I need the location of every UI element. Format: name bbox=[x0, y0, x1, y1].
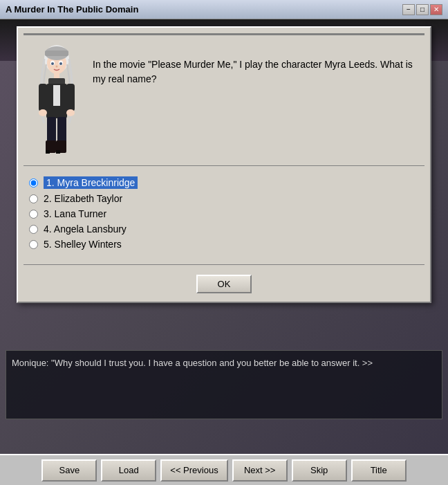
modal-content: In the movie "Please Murder Me," I play … bbox=[18, 35, 430, 163]
option-5[interactable]: 5. Shelley Winters bbox=[29, 237, 419, 252]
ok-area: OK bbox=[18, 269, 430, 302]
svg-rect-13 bbox=[39, 84, 47, 111]
title-button[interactable]: Title bbox=[351, 459, 407, 482]
previous-button[interactable]: << Previous bbox=[160, 459, 227, 482]
option-4[interactable]: 4. Angela Lansbury bbox=[29, 221, 419, 237]
maximize-button[interactable]: □ bbox=[416, 4, 429, 15]
svg-rect-3 bbox=[45, 51, 68, 56]
svg-rect-21 bbox=[46, 150, 50, 154]
quiz-modal: In the movie "Please Murder Me," I play … bbox=[17, 26, 431, 303]
svg-point-7 bbox=[59, 62, 62, 65]
radio-2[interactable] bbox=[29, 194, 38, 203]
radio-3[interactable] bbox=[29, 210, 38, 219]
option-1[interactable]: 1. Myra Breckinridge bbox=[29, 174, 419, 191]
next-button[interactable]: Next >> bbox=[232, 459, 288, 482]
option-label-2: 2. Elizabeth Taylor bbox=[44, 193, 122, 204]
save-button[interactable]: Save bbox=[41, 459, 97, 482]
svg-point-15 bbox=[39, 109, 47, 116]
modal-divider bbox=[24, 165, 424, 166]
svg-rect-22 bbox=[56, 150, 60, 154]
ok-button[interactable]: OK bbox=[196, 275, 252, 293]
svg-point-16 bbox=[66, 109, 75, 116]
skip-button[interactable]: Skip bbox=[292, 459, 347, 482]
minimize-button[interactable]: − bbox=[402, 4, 415, 15]
radio-4[interactable] bbox=[29, 225, 38, 234]
option-label-4: 4. Angela Lansbury bbox=[44, 223, 127, 235]
question-text: In the movie "Please Murder Me," I play … bbox=[93, 44, 419, 86]
radio-5[interactable] bbox=[29, 240, 38, 249]
text-log: Monique: "Why should I trust you. I have… bbox=[6, 350, 442, 419]
modal-divider2 bbox=[24, 264, 424, 265]
option-2[interactable]: 2. Elizabeth Taylor bbox=[29, 191, 419, 206]
option-3[interactable]: 3. Lana Turner bbox=[29, 206, 419, 221]
window-controls: − □ ✕ bbox=[402, 4, 442, 15]
game-area: In the movie "Please Murder Me," I play … bbox=[0, 19, 448, 454]
svg-rect-14 bbox=[66, 84, 75, 111]
close-button[interactable]: ✕ bbox=[430, 4, 442, 15]
window-title: A Murder In The Public Domain bbox=[6, 4, 138, 15]
svg-point-8 bbox=[56, 66, 58, 68]
character-avatar bbox=[29, 44, 84, 154]
options-area: 1. Myra Breckinridge 2. Elizabeth Taylor… bbox=[18, 169, 430, 260]
load-button[interactable]: Load bbox=[101, 459, 156, 482]
radio-1[interactable] bbox=[29, 179, 38, 187]
option-label-1: 1. Myra Breckinridge bbox=[44, 176, 138, 189]
text-log-content: Monique: "Why should I trust you. I have… bbox=[12, 358, 373, 368]
svg-point-6 bbox=[51, 62, 54, 65]
svg-rect-12 bbox=[53, 85, 60, 106]
title-bar: A Murder In The Public Domain − □ ✕ bbox=[0, 0, 448, 19]
option-label-5: 5. Shelley Winters bbox=[44, 239, 122, 250]
option-label-3: 3. Lana Turner bbox=[44, 208, 106, 219]
toolbar: Save Load << Previous Next >> Skip Title bbox=[0, 454, 448, 485]
